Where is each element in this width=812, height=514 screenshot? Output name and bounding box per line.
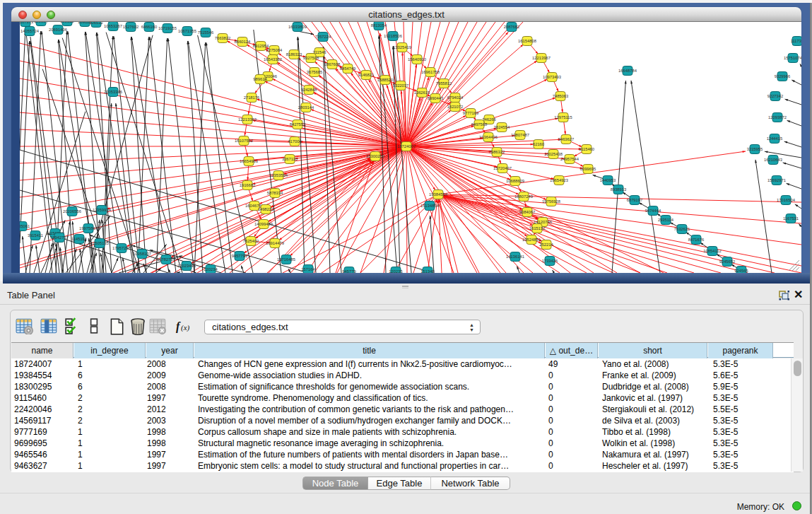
svg-text:1498222: 1498222 [258,207,274,211]
svg-text:7955812: 7955812 [436,81,452,86]
svg-text:2087682: 2087682 [504,25,520,29]
svg-text:16033809: 16033809 [288,25,307,29]
svg-text:16782759: 16782759 [157,257,175,262]
svg-text:19218506: 19218506 [384,34,402,38]
svg-text:8938913: 8938913 [611,187,627,192]
svg-text:15751074: 15751074 [784,56,801,60]
svg-text:10025438: 10025438 [544,152,563,156]
svg-text:252214: 252214 [539,243,553,247]
svg-text:16961758: 16961758 [421,70,440,74]
svg-text:9084067: 9084067 [519,210,536,214]
svg-text:19524851: 19524851 [522,238,541,242]
svg-text:1916682: 1916682 [240,183,256,187]
svg-text:18807249: 18807249 [514,194,533,199]
svg-text:6879197: 6879197 [627,198,643,202]
svg-text:1362615: 1362615 [414,90,430,95]
svg-text:15720407: 15720407 [493,166,512,170]
svg-text:1440953: 1440953 [600,178,616,182]
svg-text:7485063: 7485063 [553,94,569,98]
svg-text:9227342: 9227342 [767,94,784,98]
svg-text:3624554: 3624554 [494,125,510,129]
svg-text:19384554: 19384554 [429,192,448,197]
svg-text:20691406: 20691406 [49,28,67,32]
svg-text:8186323: 8186323 [286,52,302,57]
svg-text:8471676: 8471676 [688,238,705,242]
svg-text:7357224: 7357224 [315,35,331,39]
svg-text:10719155: 10719155 [158,26,177,30]
svg-text:2718176: 2718176 [244,95,260,100]
svg-text:2803144: 2803144 [298,105,314,110]
svg-text:14136141: 14136141 [506,255,524,259]
svg-text:6794024: 6794024 [447,95,464,100]
svg-text:9115460: 9115460 [579,147,594,151]
svg-text:18724007: 18724007 [397,144,416,148]
svg-text:12942757: 12942757 [50,235,69,240]
svg-text:20206556: 20206556 [63,209,81,214]
svg-text:989614: 989614 [253,77,267,81]
svg-text:417004: 417004 [288,139,302,144]
svg-text:1435061: 1435061 [20,224,30,228]
svg-text:13325419: 13325419 [393,45,411,49]
svg-text:2867608: 2867608 [324,62,341,66]
svg-text:3675685: 3675685 [307,70,323,74]
svg-text:106532: 106532 [89,22,102,25]
svg-text:1527602: 1527602 [123,25,139,29]
svg-text:10688609: 10688609 [506,179,524,183]
svg-text:17957255: 17957255 [112,246,131,250]
svg-text:16107552: 16107552 [235,139,253,143]
svg-text:1615132: 1615132 [529,226,546,230]
svg-text:2935114: 2935114 [658,218,674,222]
svg-text:14099489: 14099489 [254,222,273,226]
svg-text:25300253: 25300253 [366,154,384,158]
svg-text:3267110: 3267110 [282,157,298,161]
svg-text:2107373: 2107373 [20,22,33,24]
svg-text:15716485: 15716485 [277,257,295,262]
svg-text:(x): (x) [181,323,190,332]
svg-text:7625402: 7625402 [243,239,259,243]
svg-text:15640910: 15640910 [408,57,426,62]
svg-text:3215955: 3215955 [747,147,763,151]
svg-text:16914479: 16914479 [266,241,284,245]
svg-text:16210643: 16210643 [764,158,782,162]
svg-text:9474444: 9474444 [645,209,661,213]
svg-text:16648784: 16648784 [618,69,637,73]
svg-text:190312: 190312 [60,22,73,23]
svg-text:10671355: 10671355 [178,29,196,33]
svg-text:16154808: 16154808 [518,39,536,43]
svg-text:21364436: 21364436 [479,135,498,139]
svg-text:1244415: 1244415 [767,136,783,141]
svg-text:9327508: 9327508 [303,56,319,60]
svg-text:8990443: 8990443 [428,96,444,100]
svg-text:19756928: 19756928 [542,199,560,204]
svg-text:157164: 157164 [301,267,315,271]
svg-text:1733426: 1733426 [542,259,558,263]
svg-text:62160: 62160 [533,142,544,146]
svg-text:10958107: 10958107 [133,252,151,256]
svg-text:5322037: 5322037 [393,83,409,88]
svg-text:6466160: 6466160 [141,25,158,29]
svg-text:9777169: 9777169 [463,111,479,115]
svg-text:14055724: 14055724 [20,29,40,33]
svg-text:7515546: 7515546 [198,30,214,35]
svg-text:24957544: 24957544 [560,157,579,161]
svg-text:120234: 120234 [204,267,218,271]
svg-text:12975115: 12975115 [554,115,572,119]
svg-text:8813054: 8813054 [371,23,387,28]
svg-text:9329966: 9329966 [775,74,791,78]
svg-text:6099695: 6099695 [580,167,596,171]
svg-text:6497568: 6497568 [471,122,488,127]
svg-text:8454749: 8454749 [340,66,356,71]
svg-text:12093872: 12093872 [768,115,787,119]
svg-text:12213967: 12213967 [532,56,551,60]
svg-text:1588520: 1588520 [377,78,394,82]
svg-text:16543362: 16543362 [264,57,282,62]
svg-text:19975867: 19975867 [79,226,98,230]
svg-text:12023446: 12023446 [177,264,196,268]
svg-text:5878334: 5878334 [267,191,283,195]
svg-text:9146821: 9146821 [358,73,375,77]
svg-text:12353594: 12353594 [269,173,288,177]
svg-text:7632621: 7632621 [674,227,690,231]
svg-text:f: f [176,320,181,333]
svg-text:3915411: 3915411 [28,233,43,238]
svg-text:180634: 180634 [34,22,48,23]
